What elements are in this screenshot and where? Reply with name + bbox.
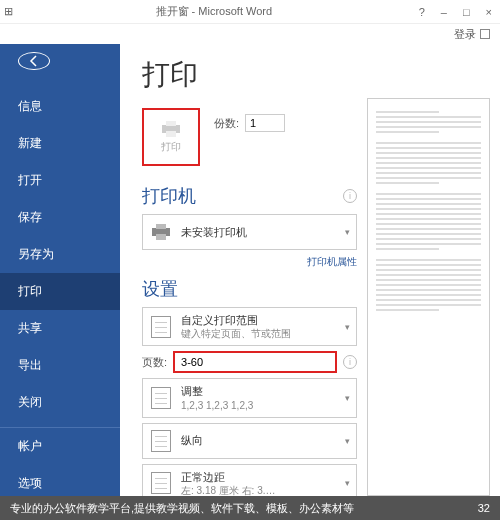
copies-input[interactable]: [245, 114, 285, 132]
svg-rect-2: [166, 131, 176, 137]
range-icon: [149, 315, 173, 339]
sidebar: 信息 新建 打开 保存 另存为 打印 共享 导出 关闭 帐户 选项: [0, 44, 120, 496]
svg-rect-5: [156, 234, 166, 240]
pages-label: 页数:: [142, 355, 167, 370]
footer-page: 32: [478, 496, 490, 520]
window-title: 推开窗 - Microsoft Word: [13, 4, 415, 19]
margins-select[interactable]: 正常边距 左: 3.18 厘米 右: 3.… ▾: [142, 464, 357, 496]
orientation-icon: [149, 429, 173, 453]
collate-title: 调整: [181, 384, 253, 398]
sidebar-item-new[interactable]: 新建: [0, 125, 120, 162]
collate-icon: [149, 386, 173, 410]
sidebar-item-open[interactable]: 打开: [0, 162, 120, 199]
print-preview: [367, 98, 490, 496]
maximize-button[interactable]: □: [459, 6, 474, 18]
printer-info-icon[interactable]: i: [343, 189, 357, 203]
pages-info-icon[interactable]: i: [343, 355, 357, 369]
sidebar-item-saveas[interactable]: 另存为: [0, 236, 120, 273]
margins-icon: [149, 471, 173, 495]
close-button[interactable]: ×: [482, 6, 496, 18]
collate-select[interactable]: 调整 1,2,3 1,2,3 1,2,3 ▾: [142, 378, 357, 417]
sidebar-item-account[interactable]: 帐户: [0, 428, 120, 465]
copies-label: 份数:: [214, 116, 239, 131]
settings-heading: 设置: [142, 277, 178, 301]
chevron-down-icon: ▾: [345, 436, 350, 446]
range-sub: 键入特定页面、节或范围: [181, 327, 291, 340]
printer-heading: 打印机: [142, 184, 196, 208]
app-icon: ⊞: [4, 5, 13, 18]
page-title: 打印: [142, 56, 357, 94]
orientation-select[interactable]: 纵向 ▾: [142, 423, 357, 459]
printer-select-icon: [149, 220, 173, 244]
login-link[interactable]: 登录: [454, 27, 476, 42]
minimize-button[interactable]: –: [437, 6, 451, 18]
chevron-down-icon: ▾: [345, 393, 350, 403]
printer-select[interactable]: 未安装打印机 ▾: [142, 214, 357, 250]
back-button[interactable]: [18, 52, 50, 70]
back-arrow-icon: [26, 53, 42, 69]
print-range-select[interactable]: 自定义打印范围 键入特定页面、节或范围 ▾: [142, 307, 357, 346]
footer-text: 专业的办公软件教学平台,提供教学视频、软件下载、模板、办公素材等: [10, 496, 354, 520]
watermark-footer: 专业的办公软件教学平台,提供教学视频、软件下载、模板、办公素材等 32: [0, 496, 500, 520]
chevron-down-icon: ▾: [345, 478, 350, 488]
sidebar-item-close[interactable]: 关闭: [0, 384, 120, 421]
range-title: 自定义打印范围: [181, 313, 291, 327]
login-row: 登录: [0, 24, 500, 44]
chevron-down-icon: ▾: [345, 227, 350, 237]
collate-sub: 1,2,3 1,2,3 1,2,3: [181, 399, 253, 412]
sidebar-item-share[interactable]: 共享: [0, 310, 120, 347]
sidebar-item-info[interactable]: 信息: [0, 88, 120, 125]
sidebar-item-save[interactable]: 保存: [0, 199, 120, 236]
printer-icon: [160, 120, 182, 138]
svg-rect-1: [166, 121, 176, 126]
printer-properties-link[interactable]: 打印机属性: [142, 255, 357, 269]
sidebar-item-export[interactable]: 导出: [0, 347, 120, 384]
printer-name: 未安装打印机: [181, 225, 247, 239]
svg-rect-4: [156, 224, 166, 229]
print-button[interactable]: 打印: [142, 108, 200, 166]
margins-sub: 左: 3.18 厘米 右: 3.…: [181, 484, 275, 496]
titlebar: ⊞ 推开窗 - Microsoft Word ? – □ ×: [0, 0, 500, 24]
pages-input[interactable]: [173, 351, 337, 373]
sidebar-item-print[interactable]: 打印: [0, 273, 120, 310]
login-icon[interactable]: [480, 29, 490, 39]
help-button[interactable]: ?: [415, 6, 429, 18]
chevron-down-icon: ▾: [345, 322, 350, 332]
orientation-title: 纵向: [181, 433, 203, 447]
margins-title: 正常边距: [181, 470, 275, 484]
print-button-label: 打印: [161, 140, 181, 154]
